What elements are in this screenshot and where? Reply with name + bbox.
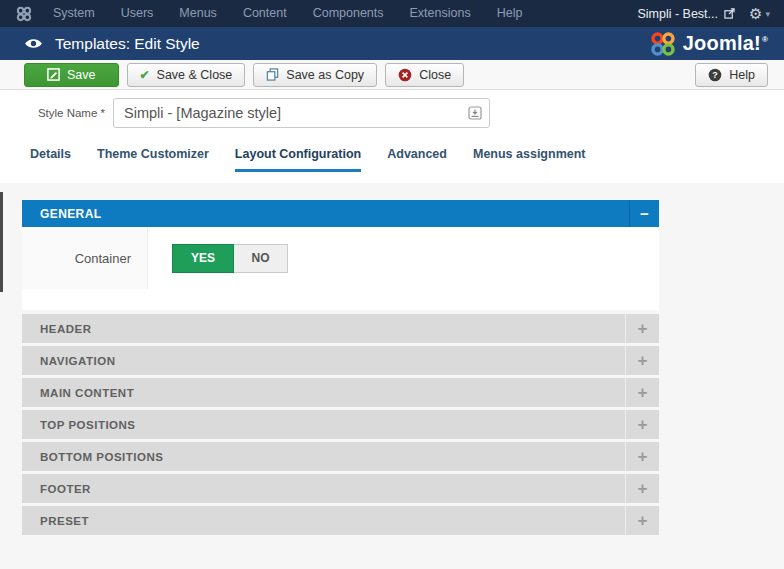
- accordion-section-label: FOOTER: [22, 483, 91, 495]
- collapse-minus-icon[interactable]: −: [629, 200, 659, 227]
- style-name-row: Style Name *: [0, 90, 784, 128]
- expand-plus-icon[interactable]: +: [625, 410, 659, 439]
- container-label: Container: [22, 227, 148, 289]
- help-icon: ?: [708, 68, 722, 82]
- select-modal-icon[interactable]: [468, 106, 482, 124]
- tab[interactable]: Advanced: [387, 147, 447, 172]
- style-name-field-wrap: [113, 98, 490, 128]
- menubar-right: Simpli - Best... ⚙ ▾: [637, 6, 774, 21]
- layout-configuration-panel-area: GENERAL − Container YES NO: [0, 183, 784, 569]
- accordion-section-label: MAIN CONTENT: [22, 387, 134, 399]
- chevron-down-icon: ▾: [765, 9, 770, 19]
- gear-icon: ⚙: [749, 6, 762, 21]
- site-preview-label: Simpli - Best...: [637, 7, 718, 21]
- copy-icon: [266, 68, 279, 81]
- accordion-section-label: PRESET: [22, 515, 89, 527]
- menubar-item[interactable]: Components: [300, 0, 397, 27]
- tab[interactable]: Details: [30, 147, 71, 172]
- container-yes-button[interactable]: YES: [172, 244, 234, 273]
- menubar-item[interactable]: Extensions: [397, 0, 484, 27]
- joomla-logo-icon: [650, 31, 676, 57]
- layout-sections-accordion: HEADER + NAVIGATION + MAIN CONTENT + TOP…: [22, 314, 659, 538]
- general-panel-header[interactable]: GENERAL −: [22, 200, 659, 227]
- accordion-section[interactable]: HEADER +: [22, 314, 659, 343]
- menubar-items: SystemUsersMenusContentComponentsExtensi…: [40, 0, 535, 27]
- general-panel-body: Container YES NO: [22, 227, 659, 310]
- joomla-symbol-icon: [10, 6, 40, 22]
- save-close-button[interactable]: ✔ Save & Close: [127, 63, 246, 87]
- save-icon: [47, 68, 60, 81]
- eye-icon: [24, 37, 43, 50]
- joomla-wordmark: Joomla!®: [683, 32, 768, 55]
- general-panel: GENERAL − Container YES NO: [22, 200, 659, 310]
- edit-style-tabs: DetailsTheme CustomizerLayout Configurat…: [0, 147, 784, 172]
- site-preview-link[interactable]: Simpli - Best...: [637, 7, 735, 21]
- expand-plus-icon[interactable]: +: [625, 506, 659, 535]
- accordion-section-label: HEADER: [22, 323, 92, 335]
- accordion-section[interactable]: MAIN CONTENT +: [22, 378, 659, 407]
- expand-plus-icon[interactable]: +: [625, 314, 659, 343]
- accordion-section[interactable]: FOOTER +: [22, 474, 659, 503]
- save-button[interactable]: Save: [24, 63, 119, 87]
- menubar-item[interactable]: System: [40, 0, 108, 27]
- accordion-section[interactable]: PRESET +: [22, 506, 659, 535]
- menubar-item[interactable]: Help: [484, 0, 536, 27]
- toolbar: Save ✔ Save & Close Save as Copy Close ?: [0, 60, 784, 90]
- accordion-section-label: BOTTOM POSITIONS: [22, 451, 163, 463]
- container-control: YES NO: [148, 227, 659, 289]
- accordion-section[interactable]: NAVIGATION +: [22, 346, 659, 375]
- check-icon: ✔: [140, 68, 150, 82]
- page-header: Templates: Edit Style Joomla!®: [0, 27, 784, 60]
- tab[interactable]: Menus assignment: [473, 147, 586, 172]
- sidebar-edge: [0, 192, 3, 292]
- close-button[interactable]: Close: [385, 63, 464, 87]
- container-field: Container YES NO: [22, 227, 659, 289]
- expand-plus-icon[interactable]: +: [625, 378, 659, 407]
- expand-plus-icon[interactable]: +: [625, 346, 659, 375]
- svg-text:?: ?: [713, 70, 719, 80]
- accordion-section[interactable]: TOP POSITIONS +: [22, 410, 659, 439]
- menubar-item[interactable]: Menus: [166, 0, 230, 27]
- save-as-copy-button[interactable]: Save as Copy: [253, 63, 377, 87]
- menubar-item[interactable]: Content: [230, 0, 300, 27]
- joomla-admin-screen: SystemUsersMenusContentComponentsExtensi…: [0, 0, 784, 569]
- style-name-input[interactable]: [113, 98, 490, 128]
- tab[interactable]: Layout Configuration: [235, 147, 361, 172]
- accordion-section-label: TOP POSITIONS: [22, 419, 136, 431]
- admin-menubar: SystemUsersMenusContentComponentsExtensi…: [0, 0, 784, 27]
- tab[interactable]: Theme Customizer: [97, 147, 209, 172]
- container-no-button[interactable]: NO: [234, 244, 288, 273]
- external-link-icon: [724, 8, 735, 19]
- general-panel-title: GENERAL: [22, 207, 101, 221]
- accordion-section[interactable]: BOTTOM POSITIONS +: [22, 442, 659, 471]
- menubar-item[interactable]: Users: [108, 0, 167, 27]
- close-circle-icon: [398, 68, 412, 82]
- admin-settings-menu[interactable]: ⚙ ▾: [749, 6, 770, 21]
- help-button[interactable]: ? Help: [695, 63, 768, 87]
- style-name-label: Style Name *: [0, 107, 113, 119]
- page-title: Templates: Edit Style: [55, 35, 200, 53]
- joomla-brand: Joomla!®: [650, 31, 768, 57]
- trademark-symbol: ®: [762, 35, 768, 44]
- container-toggle: YES NO: [172, 244, 288, 273]
- form-area: Style Name * DetailsTheme CustomizerLayo…: [0, 90, 784, 183]
- expand-plus-icon[interactable]: +: [625, 474, 659, 503]
- accordion-section-label: NAVIGATION: [22, 355, 116, 367]
- panel-spacer: [22, 289, 659, 310]
- expand-plus-icon[interactable]: +: [625, 442, 659, 471]
